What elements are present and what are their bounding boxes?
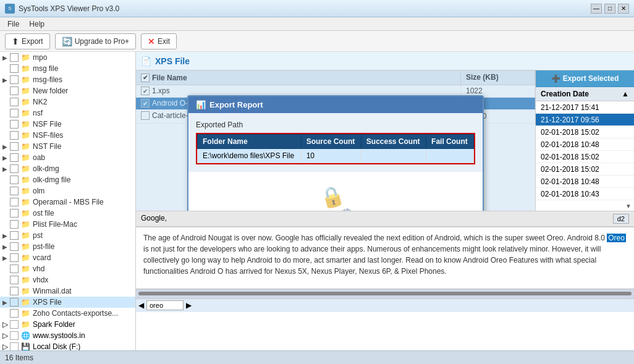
folder-icon: 📁 [21,53,30,62]
scroll-up-icon[interactable]: ▲ [622,90,629,98]
folder-checkbox[interactable] [10,298,19,307]
sidebar-item-label: Operamail - MBS File [33,198,104,206]
folder-icon: 📁 [21,231,30,240]
sidebar-item-pst-file[interactable]: ▶ 📁 pst-file [0,241,135,252]
search-input[interactable] [146,300,184,310]
report-table-wrapper: Folder Name Source Count Success Count F… [196,133,475,164]
folder-checkbox[interactable] [10,75,19,84]
preview-content: The age of Android Nougat is over now. G… [136,227,634,289]
folder-icon: 📁 [21,87,30,95]
sidebar-item-olk-dmg-file[interactable]: 📁 olk-dmg file [0,174,135,185]
sidebar-item-label: Plist File-Mac [33,220,77,229]
folder-checkbox[interactable] [10,87,19,95]
sidebar-item-olk-dmg[interactable]: ▶ 📁 olk-dmg [0,163,135,174]
sidebar-item-label: Zoho Contacts-exportse... [33,309,118,318]
folder-checkbox[interactable] [10,242,19,251]
menu-help[interactable]: Help [24,19,49,30]
upgrade-button[interactable]: 🔄 Upgrade to Pro+ [55,33,136,49]
sidebar-item-msg-files[interactable]: ▶ 📁 msg-files [0,74,135,85]
folder-checkbox[interactable] [10,220,19,229]
search-forward-icon[interactable]: ▶ [186,301,192,310]
date-row[interactable]: 02-01-2018 10:48 [536,138,634,151]
sidebar-item-oab[interactable]: ▶ 📁 oab [0,152,135,163]
folder-icon: 📁 [21,131,30,140]
drive-checkbox[interactable] [10,342,19,350]
folder-checkbox[interactable] [10,209,19,218]
main-layout: ▶ 📁 mpo 📁 msg file ▶ 📁 msg-files 📁 New f… [0,52,634,350]
sidebar-item-vhd[interactable]: 📁 vhd [0,263,135,274]
sidebar-item-olm[interactable]: 📁 olm [0,185,135,197]
folder-checkbox[interactable] [10,287,19,295]
folder-checkbox[interactable] [10,98,19,106]
date-row[interactable]: 02-01-2018 15:02 [536,163,634,176]
sidebar-item-winmail[interactable]: 📁 Winmail.dat [0,286,135,297]
folder-checkbox[interactable] [10,64,19,73]
date-row[interactable]: 02-01-2018 10:48 [536,176,634,188]
close-button[interactable]: ✕ [618,4,629,14]
sidebar-item-vcard[interactable]: ▶ 📁 vcard [0,252,135,263]
folder-checkbox[interactable] [10,142,19,151]
folder-checkbox[interactable] [10,131,19,140]
sidebar-item-msg-file[interactable]: 📁 msg file [0,63,135,74]
folder-icon: 📁 [21,298,30,307]
sidebar-item-zoho[interactable]: 📁 Zoho Contacts-exportse... [0,308,135,319]
scroll-bar[interactable] [138,292,632,295]
folder-icon: 📁 [21,276,30,284]
right-panel: ➕ Export Selected Creation Date ▲ 21-12-… [535,70,634,211]
sidebar-item-xps-file[interactable]: ▶ 📁 XPS File [0,297,135,308]
exit-button[interactable]: ✕ Exit [141,33,177,49]
sidebar-item-label: vhd [33,265,44,273]
date-row[interactable]: 02-01-2018 15:02 [536,151,634,163]
export-button[interactable]: ⬆ Export [5,33,50,49]
sidebar-local-disk-f[interactable]: ▷ 💾 Local Disk (F:) [0,341,135,350]
d2-badge: d2 [613,214,629,224]
date-row[interactable]: 21-12-2017 15:41 [536,101,634,114]
sidebar-item-vhdx[interactable]: 📁 vhdx [0,274,135,286]
sidebar-item-pst[interactable]: ▶ 📁 pst [0,230,135,241]
folder-checkbox[interactable] [10,164,19,173]
status-bar: 16 Items [0,350,634,364]
sidebar-systools[interactable]: ▷ 🌐 www.systools.in [0,330,135,341]
folder-checkbox[interactable] [10,276,19,284]
sidebar-item-operamail[interactable]: 📁 Operamail - MBS File [0,197,135,208]
sidebar-item-nsf-file[interactable]: 📁 NSF File [0,119,135,130]
sidebar-item-ost[interactable]: 📁 ost file [0,208,135,219]
folder-checkbox[interactable] [10,309,19,318]
sidebar-item-nsf-files[interactable]: 📁 NSF-files [0,130,135,141]
folder-checkbox[interactable] [10,109,19,117]
sidebar-spark-folder[interactable]: ▷ 📁 Spark Folder [0,319,135,330]
folder-checkbox[interactable] [10,198,19,206]
col-header-folder: Folder Name [198,135,302,149]
drive-icon: 💾 [21,342,30,350]
folder-checkbox[interactable] [10,231,19,240]
folder-checkbox[interactable] [10,120,19,129]
folder-checkbox[interactable] [10,253,19,262]
sidebar-item-plist[interactable]: 📁 Plist File-Mac [0,219,135,230]
folder-checkbox[interactable] [10,53,19,62]
sidebar-item-nst-file[interactable]: ▶ 📁 NST File [0,141,135,152]
folder-checkbox[interactable] [10,153,19,162]
sidebar-item-nsf[interactable]: 📁 nsf [0,108,135,119]
folder-icon: 📁 [21,75,30,84]
sidebar-item-label: nsf [33,109,43,117]
folder-checkbox[interactable] [10,176,19,184]
report-table: Folder Name Source Count Success Count F… [197,134,474,163]
drive-checkbox[interactable] [10,320,19,329]
sidebar-item-new-folder[interactable]: 📁 New folder [0,85,135,96]
sidebar-item-nk2[interactable]: 📁 NK2 [0,96,135,108]
report-data-row: E:\work\demo files\XPS File 10 [198,149,474,163]
drive-checkbox[interactable] [10,331,19,340]
maximize-button[interactable]: □ [604,4,615,14]
menu-bar: File Help [0,17,634,31]
date-row[interactable]: 21-12-2017 09:56 [536,114,634,126]
date-row[interactable]: 02-01-2018 15:02 [536,126,634,138]
folder-checkbox[interactable] [10,187,19,195]
date-row[interactable]: 02-01-2018 10:43 [536,188,634,200]
export-selected-button[interactable]: ➕ Export Selected [536,70,634,87]
menu-file[interactable]: File [2,19,24,30]
folder-checkbox[interactable] [10,265,19,273]
creation-date-header: Creation Date ▲ [536,87,634,101]
minimize-button[interactable]: — [591,4,602,14]
sidebar: ▶ 📁 mpo 📁 msg file ▶ 📁 msg-files 📁 New f… [0,52,136,350]
sidebar-item-mpo[interactable]: ▶ 📁 mpo [0,52,135,63]
